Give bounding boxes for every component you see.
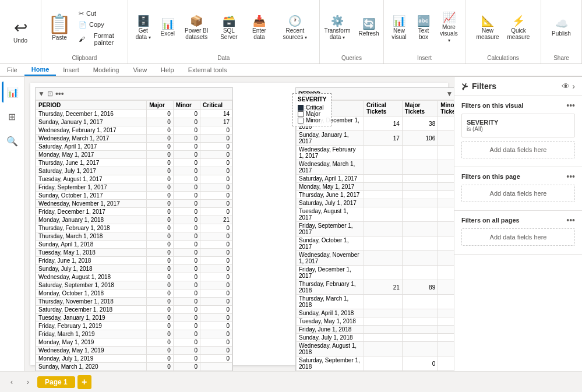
queries-group: ⚙️ Transformdata ▾ 🔄 Refresh Queries (320, 0, 384, 63)
table-row: Tuesday, August 1, 2017 (297, 207, 454, 222)
ribbon-home[interactable]: Home (24, 64, 57, 76)
table-row: Thursday, March 1, 2018000 (36, 232, 232, 241)
severity-title: SEVERITY (298, 96, 326, 103)
powerbi-icon: 📦 (190, 16, 203, 26)
table-row: Friday, December 1, 2017 (297, 266, 454, 280)
get-data-button[interactable]: 🗄️ Getdata ▾ (132, 13, 155, 43)
page-filters-more[interactable]: ••• (566, 172, 575, 181)
all-filters-title: Filters on all pages (461, 217, 520, 224)
insert-row: 📊 Newvisual 🔤 Textbox 📈 Morevisuals ▾ (387, 2, 461, 53)
cut-icon: ✂ (79, 10, 84, 17)
excel-icon: 📊 (161, 19, 174, 29)
ribbon-external-tools[interactable]: External tools (181, 64, 234, 76)
focus-icon[interactable]: ⊡ (47, 90, 53, 98)
sidebar-icon-table[interactable]: ⊞ (2, 106, 23, 127)
ribbon-labels: File Home Insert Modeling View Help Exte… (0, 64, 582, 77)
visual-filters-add[interactable]: Add data fields here (461, 141, 575, 158)
all-filters-add[interactable]: Add data fields here (461, 228, 575, 246)
all-filters-more[interactable]: ••• (566, 216, 575, 225)
publish-button[interactable]: ☁️ Publish (548, 16, 574, 39)
table-row: Saturday, April 1, 2017000 (36, 143, 232, 151)
quick-measure-button[interactable]: ⚡ Quickmeasure (504, 13, 534, 43)
page-filters-header: Filters on this page ••• (461, 172, 575, 181)
filter-icon[interactable]: ▼ (38, 90, 45, 98)
left-table-container[interactable]: ▼ ⊡ ••• PERIOD Major Minor Critical T (35, 87, 233, 371)
more-options-icon[interactable]: ••• (55, 89, 64, 98)
left-col-critical: Critical (200, 101, 232, 110)
calculations-group: 📐 Newmeasure ⚡ Quickmeasure Calculations (465, 0, 541, 63)
ribbon-view[interactable]: View (126, 64, 154, 76)
ribbon-modeling[interactable]: Modeling (86, 64, 126, 76)
format-painter-button[interactable]: 🖌 Format painter (75, 31, 124, 47)
table-row: Monday, October 1, 2018000 (36, 289, 232, 298)
table-row: Saturday, September 1, 2018000 (36, 281, 232, 289)
ribbon-file[interactable]: File (0, 64, 24, 76)
share-group: ☁️ Publish Share (541, 0, 582, 63)
filters-chevron-icon[interactable]: › (572, 82, 575, 91)
table-row: Wednesday, March 1, 2017 (297, 160, 454, 175)
table-row: Thursday, June 1, 2017000 (36, 159, 232, 167)
clipboard-label: Clipboard (41, 55, 128, 61)
table-row: Friday, February 1, 2019000 (36, 322, 232, 330)
canvas: ▼ ⊡ ••• PERIOD Major Minor Critical T (24, 77, 454, 371)
visual-filters-more[interactable]: ••• (566, 101, 575, 110)
table-row: Friday, June 1, 2018 (297, 326, 454, 334)
sidebar-icon-search[interactable]: 🔍 (2, 130, 23, 151)
recent-sources-button[interactable]: 🕐 Recent sources ▾ (274, 13, 316, 43)
table-row: Sunday, January 1, 20171710647 (297, 131, 454, 146)
table-row: Sunday, October 1, 2017000 (36, 192, 232, 200)
new-measure-button[interactable]: 📐 Newmeasure (473, 13, 503, 43)
table-row: Thursday, February 1, 2018218952 (297, 280, 454, 295)
table-row: Saturday, September 1, 20180 (297, 356, 454, 371)
ribbon-insert[interactable]: Insert (56, 64, 86, 76)
severity-filter-card[interactable]: SEVERITY is (All) (461, 114, 575, 137)
visual-filters-header: Filters on this visual ••• (461, 101, 575, 110)
enter-data-button[interactable]: 📥 Enter data (245, 13, 273, 43)
table-row: Thursday, February 1, 2018000 (36, 224, 232, 232)
powerbi-datasets-button[interactable]: 📦 Power BI datasets (181, 13, 213, 43)
refresh-button[interactable]: 🔄 Refresh (355, 16, 383, 39)
table-row: Sunday, October 1, 2017 (297, 236, 454, 251)
add-page-button[interactable]: + (77, 375, 91, 389)
more-visuals-button[interactable]: 📈 Morevisuals ▾ (436, 10, 461, 45)
ribbon-help[interactable]: Help (154, 64, 181, 76)
table-row: Wednesday, August 1, 2018 (297, 342, 454, 356)
table-row: Thursday, November 1, 2018000 (36, 298, 232, 306)
right-filter-icon[interactable]: ▼ (446, 90, 453, 98)
undo-group: ↩ Undo (0, 0, 41, 63)
table-row: Wednesday, May 1, 2019000 (36, 347, 232, 355)
clipboard-group: 📋 Paste ✂ Cut 📄 Copy 🖌 Format painter Cl… (41, 0, 128, 63)
calculations-row: 📐 Newmeasure ⚡ Quickmeasure (473, 2, 534, 53)
sidebar-icon-chart[interactable]: 📊 (2, 82, 23, 103)
severity-major: Major (298, 111, 326, 117)
visual-filters-title: Filters on this visual (461, 102, 523, 109)
table-row: Sunday, July 1, 2018 (297, 334, 454, 342)
undo-button[interactable]: ↩ Undo (6, 15, 35, 48)
table-row: Saturday, July 1, 2017 (297, 199, 454, 207)
share-row: ☁️ Publish (548, 2, 574, 53)
share-label: Share (541, 55, 581, 61)
paste-button[interactable]: 📋 Paste (45, 10, 74, 45)
table-row: Sunday, January 1, 20170017 (36, 118, 232, 126)
table-row: Saturday, July 1, 2017000 (36, 167, 232, 175)
table-row: Thursday, June 1, 2017 (297, 191, 454, 199)
right-data-table: PERIOD Critical Tickets Major Tickets Mi… (296, 100, 454, 371)
transform-data-button[interactable]: ⚙️ Transformdata ▾ (320, 13, 354, 43)
page-filters-add[interactable]: Add data fields here (461, 185, 575, 202)
cut-button[interactable]: ✂ Cut (75, 9, 124, 19)
text-box-button[interactable]: 🔤 Textbox (412, 13, 435, 43)
data-row: 🗄️ Getdata ▾ 📊 Excel 📦 Power BI datasets… (132, 2, 316, 53)
filter-funnel-icon: ⊁ (461, 82, 468, 91)
new-measure-icon: 📐 (481, 16, 494, 26)
excel-button[interactable]: 📊 Excel (156, 16, 179, 39)
new-visual-button[interactable]: 📊 Newvisual (387, 13, 411, 43)
sql-server-button[interactable]: 🗃️ SQL Server (214, 13, 244, 43)
filters-eye-icon[interactable]: 👁 (562, 82, 570, 91)
table-row: Wednesday, August 1, 2018000 (36, 273, 232, 281)
right-table-container[interactable]: PERIOD ▼ ⊡ ••• PERIOD Critical Tickets M… (295, 87, 454, 371)
table-row: Sunday, March 1, 202000 (36, 363, 232, 371)
prev-page-button[interactable]: ‹ (5, 375, 19, 389)
next-page-button[interactable]: › (21, 375, 35, 389)
page-1-tab[interactable]: Page 1 (37, 376, 75, 388)
copy-button[interactable]: 📄 Copy (75, 20, 124, 30)
